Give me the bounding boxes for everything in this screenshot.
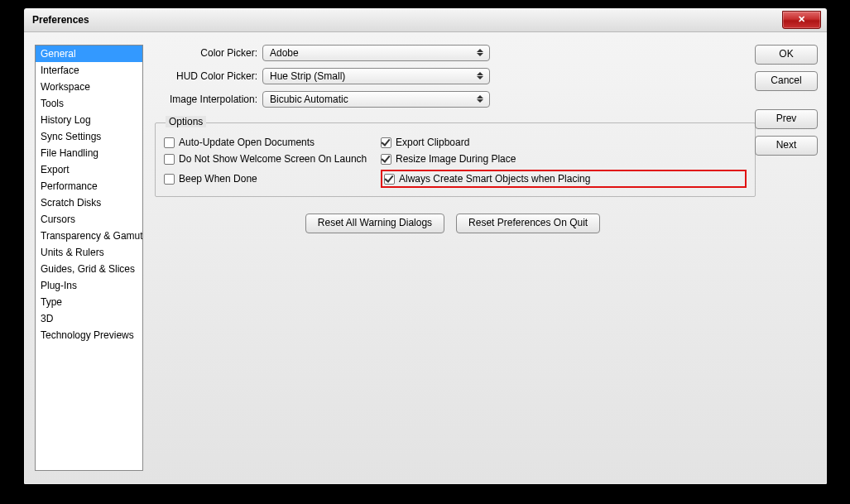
button-label: OK (779, 48, 793, 60)
sidebar-item-label: File Handling (41, 147, 98, 159)
options-legend: Options (166, 116, 206, 127)
checkbox-label: Resize Image During Place (396, 153, 516, 165)
reset-warnings-button[interactable]: Reset All Warning Dialogs (305, 214, 444, 233)
button-label: Next (776, 139, 797, 151)
sidebar-item-tech-previews[interactable]: Technology Previews (36, 327, 142, 343)
label-color-picker: Color Picker: (150, 47, 262, 59)
checkbox-label: Always Create Smart Objects when Placing (399, 173, 590, 185)
label-hud-color-picker: HUD Color Picker: (150, 70, 262, 82)
select-value: Adobe (270, 47, 299, 59)
row-hud-color-picker: HUD Color Picker: Hue Strip (Small) (150, 68, 744, 84)
checkbox-no-welcome[interactable]: Do Not Show Welcome Screen On Launch (164, 153, 377, 165)
sidebar-item-type[interactable]: Type (36, 294, 142, 310)
bottom-button-row: Reset All Warning Dialogs Reset Preferen… (150, 214, 756, 233)
select-value: Hue Strip (Small) (270, 70, 345, 82)
options-fieldset: Options Auto-Update Open Documents Expor… (155, 122, 756, 197)
sidebar-item-plug-ins[interactable]: Plug-Ins (36, 277, 142, 294)
spacer (755, 98, 816, 103)
sidebar-item-label: 3D (41, 313, 53, 324)
checkbox-box (164, 154, 175, 165)
sidebar-item-label: Scratch Disks (41, 197, 101, 209)
highlight-smart-objects: Always Create Smart Objects when Placing (381, 170, 747, 188)
sidebar-item-units-rulers[interactable]: Units & Rulers (36, 244, 142, 261)
sidebar-item-guides-grid[interactable]: Guides, Grid & Slices (36, 261, 142, 277)
select-image-interpolation[interactable]: Bicubic Automatic (262, 91, 490, 108)
sidebar-item-label: Performance (41, 180, 98, 192)
options-grid: Auto-Update Open Documents Export Clipbo… (164, 137, 747, 188)
row-image-interpolation: Image Interpolation: Bicubic Automatic (150, 91, 744, 108)
button-label: Prev (776, 113, 797, 124)
window-title: Preferences (32, 14, 89, 26)
sidebar-item-label: Interface (41, 65, 79, 76)
row-color-picker: Color Picker: Adobe (150, 45, 744, 61)
sidebar-item-label: Guides, Grid & Slices (41, 263, 135, 275)
checkbox-resize-during-place[interactable]: Resize Image During Place (381, 153, 747, 165)
side-buttons: OK Cancel Prev Next (755, 45, 816, 156)
select-hud-color-picker[interactable]: Hue Strip (Small) (262, 68, 490, 84)
sidebar-item-scratch-disks[interactable]: Scratch Disks (36, 194, 142, 211)
sidebar-item-performance[interactable]: Performance (36, 178, 142, 194)
sidebar-item-export[interactable]: Export (36, 161, 142, 178)
sidebar-item-label: Units & Rulers (41, 247, 104, 258)
sidebar-item-label: Sync Settings (41, 131, 101, 142)
checkbox-smart-objects[interactable]: Always Create Smart Objects when Placing (384, 173, 590, 185)
sidebar-item-label: General (41, 48, 76, 60)
ok-button[interactable]: OK (755, 45, 818, 65)
close-icon: ✕ (798, 14, 805, 24)
sidebar-item-history-log[interactable]: History Log (36, 112, 142, 128)
sidebar-item-label: Type (41, 296, 62, 308)
category-sidebar[interactable]: General Interface Workspace Tools Histor… (35, 45, 143, 471)
checkbox-box (164, 137, 175, 148)
main-panel: Color Picker: Adobe HUD Color Picker: Hu… (150, 45, 744, 472)
sidebar-item-label: History Log (41, 114, 91, 126)
checkbox-label: Do Not Show Welcome Screen On Launch (179, 153, 367, 165)
sidebar-item-cursors[interactable]: Cursors (36, 211, 142, 228)
sidebar-item-interface[interactable]: Interface (36, 62, 142, 79)
close-button[interactable]: ✕ (782, 11, 821, 29)
checkbox-label: Beep When Done (179, 173, 257, 185)
titlebar: Preferences ✕ (24, 8, 827, 32)
checkbox-label: Export Clipboard (396, 137, 469, 148)
sidebar-item-file-handling[interactable]: File Handling (36, 145, 142, 161)
checkbox-box (164, 174, 175, 185)
updown-caret-icon (475, 94, 485, 104)
sidebar-item-label: Export (41, 164, 70, 175)
select-color-picker[interactable]: Adobe (262, 45, 490, 61)
checkbox-beep-when-done[interactable]: Beep When Done (164, 173, 377, 185)
button-label: Reset All Warning Dialogs (318, 217, 432, 228)
sidebar-item-label: Technology Previews (41, 329, 134, 341)
dialog-body: General Interface Workspace Tools Histor… (24, 32, 827, 484)
checkbox-export-clipboard[interactable]: Export Clipboard (381, 137, 747, 148)
cancel-button[interactable]: Cancel (755, 71, 818, 91)
sidebar-item-label: Cursors (41, 214, 75, 225)
sidebar-item-label: Plug-Ins (41, 280, 77, 291)
sidebar-item-label: Transparency & Gamut (41, 230, 143, 242)
checkbox-box (381, 154, 391, 165)
updown-caret-icon (475, 47, 485, 58)
sidebar-item-tools[interactable]: Tools (36, 95, 142, 112)
reset-prefs-button[interactable]: Reset Preferences On Quit (456, 214, 600, 233)
select-value: Bicubic Automatic (270, 94, 348, 105)
button-label: Reset Preferences On Quit (468, 217, 588, 228)
preferences-dialog: Preferences ✕ General Interface Workspac… (23, 7, 828, 485)
checkbox-label: Auto-Update Open Documents (179, 137, 315, 148)
sidebar-item-label: Workspace (41, 81, 90, 93)
sidebar-item-general[interactable]: General (36, 46, 142, 62)
sidebar-item-sync-settings[interactable]: Sync Settings (36, 128, 142, 145)
sidebar-item-3d[interactable]: 3D (36, 310, 142, 327)
updown-caret-icon (475, 70, 485, 81)
sidebar-item-label: Tools (41, 98, 64, 109)
checkbox-box (381, 137, 391, 148)
prev-button[interactable]: Prev (755, 109, 818, 129)
checkbox-auto-update[interactable]: Auto-Update Open Documents (164, 137, 377, 148)
label-image-interpolation: Image Interpolation: (150, 94, 262, 105)
checkbox-box (384, 174, 395, 185)
sidebar-item-transparency[interactable]: Transparency & Gamut (36, 228, 142, 244)
next-button[interactable]: Next (755, 136, 818, 156)
sidebar-item-workspace[interactable]: Workspace (36, 79, 142, 95)
button-label: Cancel (771, 74, 801, 86)
